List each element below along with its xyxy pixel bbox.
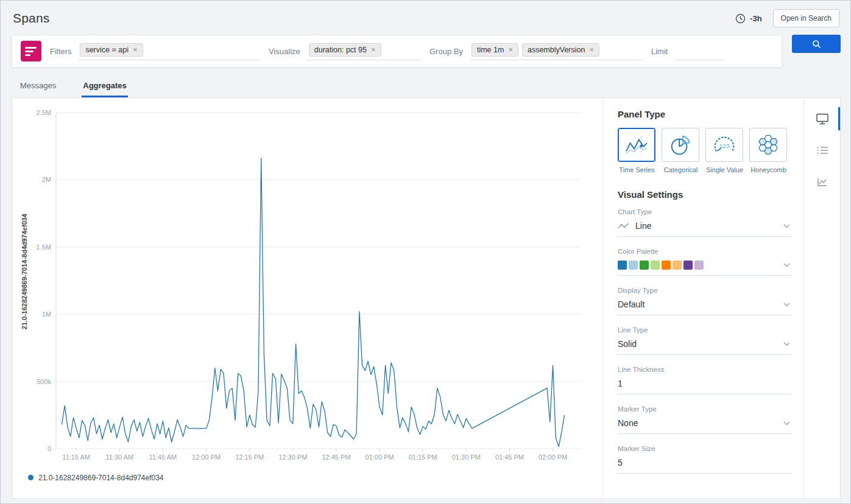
visualize-section: Visualize duration: pct 95 × <box>269 42 421 60</box>
group-by-input[interactable]: time 1m × assemblyVersion × <box>470 42 643 60</box>
group-by-chip[interactable]: assemblyVersion × <box>522 43 599 57</box>
spans-page: Spans -3h Open in Search Filters ser <box>0 0 851 504</box>
line-thickness-value: 1 <box>618 379 623 388</box>
palette-swatch <box>651 261 660 270</box>
line-type-label: Line Type <box>618 326 791 334</box>
svg-text:2.5M: 2.5M <box>37 109 51 116</box>
filter-chip[interactable]: service = api × <box>80 43 143 57</box>
group-by-section: Group By time 1m × assemblyVersion × <box>429 42 643 60</box>
clock-icon <box>735 13 746 24</box>
list-icon <box>816 145 828 155</box>
open-in-search-button[interactable]: Open in Search <box>773 9 839 27</box>
svg-text:0: 0 <box>48 445 51 452</box>
display-type-select[interactable]: Default <box>618 295 791 315</box>
svg-text:500k: 500k <box>37 378 51 385</box>
toolbar-legend[interactable] <box>804 137 840 164</box>
panel-type-label: Single Value <box>705 166 744 173</box>
svg-text:11:30 AM: 11:30 AM <box>105 453 133 461</box>
color-palette-select[interactable] <box>618 256 791 276</box>
line-thickness-label: Line Thickness <box>618 366 791 373</box>
svg-text:01:30 PM: 01:30 PM <box>452 453 481 461</box>
line-type-field: Line Type Solid <box>618 326 791 355</box>
palette-swatch <box>683 261 693 270</box>
svg-text:11:45 AM: 11:45 AM <box>149 453 177 461</box>
legend-item[interactable]: 21.0-1628249869-7014-8d4d974ef034 <box>28 474 164 482</box>
palette-swatches <box>618 261 705 270</box>
panel-type-honeycomb[interactable] <box>749 128 787 162</box>
visualize-label: Visualize <box>269 47 300 56</box>
marker-type-select[interactable]: None <box>618 414 791 434</box>
panel-type-time-series[interactable] <box>618 128 655 162</box>
limit-label: Limit <box>651 47 668 56</box>
chart-type-select[interactable]: Line <box>618 217 791 237</box>
marker-size-input[interactable]: 5 <box>618 453 791 474</box>
group-by-label: Group By <box>429 47 463 56</box>
chart-legend: 21.0-1628249869-7014-8d4d974ef034 <box>28 472 600 483</box>
time-series-icon <box>624 134 649 156</box>
tab-messages[interactable]: Messages <box>19 76 57 97</box>
color-palette-label: Color Palette <box>618 248 791 255</box>
chip-label: service = api <box>85 46 129 54</box>
chart-type-value: Line <box>635 221 651 231</box>
pie-chart-icon <box>669 133 692 156</box>
panel-type-label: Categorical <box>662 166 700 173</box>
panel-type-title: Panel Type <box>618 109 791 119</box>
palette-swatch <box>629 261 638 270</box>
page-header: Spans -3h Open in Search <box>1 1 850 33</box>
svg-text:01:45 PM: 01:45 PM <box>495 453 524 461</box>
query-row: Filters service = api × Visualize durati… <box>12 35 841 68</box>
toolbar-preview[interactable] <box>804 105 840 132</box>
monitor-icon <box>816 113 828 125</box>
palette-swatch <box>640 261 649 270</box>
line-thickness-input[interactable]: 1 <box>618 374 791 394</box>
svg-text:12:30 PM: 12:30 PM <box>278 453 307 461</box>
group-by-chip[interactable]: time 1m × <box>471 43 518 57</box>
toolbar-chart[interactable] <box>804 169 840 195</box>
color-palette-field: Color Palette <box>618 248 791 276</box>
chart-section: 21.0-1628249869-7014-8d4d974ef034 0500k1… <box>12 98 602 499</box>
line-chart-icon <box>817 177 828 187</box>
filters-label: Filters <box>50 47 71 56</box>
remove-chip-icon[interactable]: × <box>589 46 594 54</box>
palette-swatch <box>673 261 682 270</box>
panel-type-categorical[interactable] <box>662 128 699 162</box>
visualize-input[interactable]: duration: pct 95 × <box>308 42 421 60</box>
chevron-down-icon <box>783 421 790 425</box>
settings-panel: Panel Type Time Series <box>602 98 803 499</box>
query-panel-icon <box>21 41 41 61</box>
marker-type-label: Marker Type <box>618 405 791 413</box>
line-type-select[interactable]: Solid <box>618 335 791 355</box>
search-icon <box>812 40 821 49</box>
chart-type-label: Chart Type <box>618 208 791 215</box>
remove-chip-icon[interactable]: × <box>508 46 513 54</box>
palette-swatch <box>618 261 627 270</box>
svg-text:01:15 PM: 01:15 PM <box>409 453 437 461</box>
filters-input[interactable]: service = api × <box>79 42 260 60</box>
remove-chip-icon[interactable]: × <box>371 46 376 54</box>
visualize-chip[interactable]: duration: pct 95 × <box>309 43 381 57</box>
marker-type-value: None <box>618 418 638 428</box>
remove-chip-icon[interactable]: × <box>133 46 138 54</box>
limit-input-line[interactable] <box>675 42 724 60</box>
display-type-field: Display Type Default <box>618 287 791 315</box>
honeycomb-icon <box>755 133 781 156</box>
svg-text:12:45 PM: 12:45 PM <box>322 453 350 461</box>
timeseries-chart[interactable]: 0500k1M1.5M2M2.5M11:15 AM11:30 AM11:45 A… <box>18 104 591 468</box>
panel-toolbar <box>803 98 840 499</box>
display-type-label: Display Type <box>618 287 791 294</box>
palette-swatch <box>662 261 671 270</box>
svg-text:02:00 PM: 02:00 PM <box>538 453 567 461</box>
chart-type-field: Chart Type Line <box>618 208 791 237</box>
filters-section: Filters service = api × <box>50 42 260 60</box>
time-range-control[interactable]: -3h <box>735 13 762 24</box>
limit-input[interactable] <box>676 44 713 55</box>
chevron-down-icon <box>783 263 790 267</box>
time-range-label: -3h <box>750 14 762 23</box>
panel-type-single-value[interactable]: 123 <box>705 128 743 162</box>
svg-text:01:00 PM: 01:00 PM <box>365 453 394 461</box>
tab-aggregates[interactable]: Aggregates <box>82 76 128 97</box>
query-bar: Filters service = api × Visualize durati… <box>12 35 782 68</box>
search-button[interactable] <box>792 35 841 53</box>
marker-size-value: 5 <box>618 458 623 467</box>
legend-label: 21.0-1628249869-7014-8d4d974ef034 <box>38 474 164 482</box>
